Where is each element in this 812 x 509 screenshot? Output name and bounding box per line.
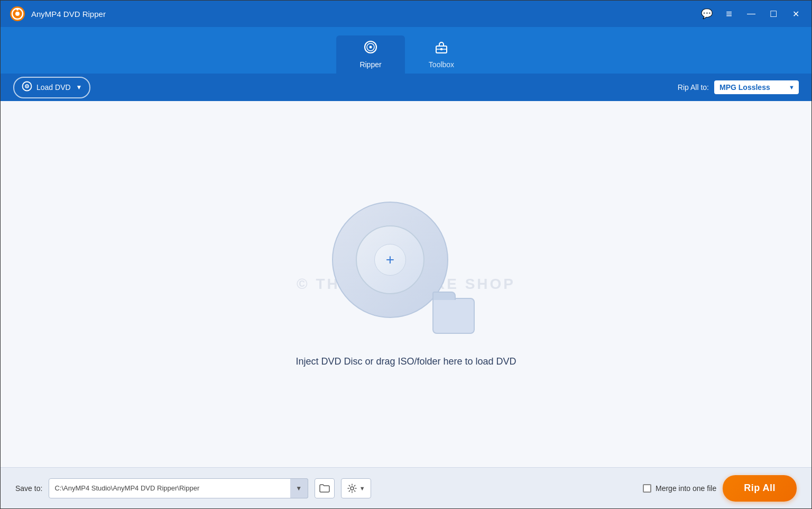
settings-dropdown-icon: ▼ (359, 485, 365, 492)
app-logo (9, 5, 26, 22)
toolbox-icon (435, 40, 448, 57)
nav-tabs: Ripper Toolbox (336, 35, 476, 74)
dvd-icon (22, 81, 32, 94)
save-to-label: Save to: (15, 484, 42, 493)
window-controls: 💬 ≡ — ☐ ✕ (699, 6, 803, 21)
settings-button[interactable]: ▼ (341, 478, 371, 498)
dvd-drop-illustration: + (332, 202, 480, 339)
merge-label-text: Merge into one file (656, 484, 716, 493)
load-dvd-label: Load DVD (36, 83, 71, 92)
load-dvd-button[interactable]: Load DVD ▼ (13, 77, 90, 98)
save-path-dropdown-button[interactable]: ▼ (290, 478, 308, 498)
chat-icon[interactable]: 💬 (699, 6, 714, 21)
ripper-icon (364, 40, 377, 57)
nav-bar: Ripper Toolbox (1, 27, 811, 74)
merge-checkbox[interactable] (643, 484, 651, 493)
rip-all-button[interactable]: Rip All (723, 475, 797, 502)
maximize-button[interactable]: ☐ (766, 6, 781, 21)
tab-toolbox[interactable]: Toolbox (407, 35, 476, 74)
dvd-disc-center: + (374, 244, 406, 276)
main-content[interactable]: © THE SOFTWARE SHOP + Inject DVD Disc or… (1, 101, 811, 467)
svg-point-12 (26, 85, 27, 86)
dvd-disc-inner: + (356, 225, 425, 294)
tab-ripper[interactable]: Ripper (336, 35, 405, 74)
app-title: AnyMP4 DVD Ripper (31, 10, 699, 19)
merge-checkbox-label[interactable]: Merge into one file (643, 484, 716, 493)
save-path-wrap: ▼ (49, 478, 308, 498)
svg-point-2 (15, 12, 20, 16)
drop-instruction: Inject DVD Disc or drag ISO/folder here … (296, 356, 516, 367)
svg-point-6 (370, 46, 372, 49)
tab-ripper-label: Ripper (359, 60, 381, 69)
app-window: AnyMP4 DVD Ripper 💬 ≡ — ☐ ✕ Ripper (0, 0, 812, 509)
minimize-button[interactable]: — (744, 6, 759, 21)
save-path-input[interactable] (49, 478, 308, 498)
add-icon: + (386, 252, 394, 267)
svg-point-3 (16, 8, 19, 11)
menu-icon[interactable]: ≡ (722, 6, 736, 21)
dvd-disc: + (332, 202, 448, 318)
toolbar: Load DVD ▼ Rip All to: MPG Lossless MP4 … (1, 74, 811, 101)
format-selector[interactable]: MPG Lossless MP4 MKV AVI MOV (714, 80, 799, 94)
format-selector-wrap: MPG Lossless MP4 MKV AVI MOV (714, 80, 799, 94)
rip-all-to-label: Rip All to: (678, 83, 709, 92)
rip-all-to-section: Rip All to: MPG Lossless MP4 MKV AVI MOV (678, 80, 799, 94)
tab-toolbox-label: Toolbox (429, 60, 454, 69)
svg-point-13 (350, 487, 354, 490)
folder-icon (432, 298, 475, 334)
svg-rect-9 (440, 48, 442, 50)
load-dvd-dropdown-icon: ▼ (76, 84, 82, 91)
title-bar: AnyMP4 DVD Ripper 💬 ≡ — ☐ ✕ (1, 1, 811, 27)
close-button[interactable]: ✕ (788, 6, 803, 21)
bottom-bar: Save to: ▼ ▼ Merge into one file Rip All (1, 467, 811, 508)
browse-folder-button[interactable] (315, 478, 335, 498)
